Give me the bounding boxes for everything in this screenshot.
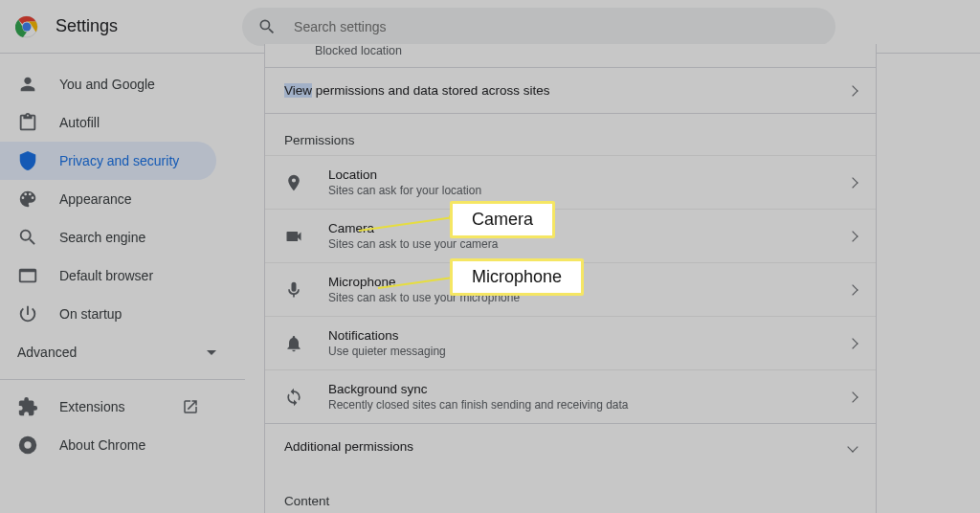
advanced-label: Advanced <box>17 345 77 360</box>
sidebar-item-autofill[interactable]: Autofill <box>0 103 216 142</box>
permission-row-location[interactable]: LocationSites can ask for your location <box>265 155 876 209</box>
power-icon <box>17 303 38 324</box>
sidebar-item-label: On startup <box>59 306 122 322</box>
permissions-header: Permissions <box>265 114 876 155</box>
open-in-new-icon <box>182 398 199 415</box>
sidebar-item-extensions[interactable]: Extensions <box>0 388 216 426</box>
view-permissions-row[interactable]: View permissions and data stored across … <box>265 68 876 114</box>
sync-icon <box>284 388 303 407</box>
chevron-right-icon <box>847 338 858 348</box>
sidebar-item-label: Appearance <box>59 191 132 207</box>
palette-icon <box>17 189 38 210</box>
search-box[interactable] <box>242 8 835 46</box>
sidebar-item-default-browser[interactable]: Default browser <box>0 256 216 295</box>
shield-icon <box>17 150 38 171</box>
person-icon <box>17 74 38 95</box>
search-input[interactable] <box>294 19 820 34</box>
location-icon <box>284 173 303 192</box>
sidebar-item-on-startup[interactable]: On startup <box>0 295 216 333</box>
chevron-right-icon <box>847 391 858 402</box>
main-content: Blocked location View permissions and da… <box>245 54 980 513</box>
content-header: Content <box>265 469 876 513</box>
sidebar-item-appearance[interactable]: Appearance <box>0 180 216 218</box>
sidebar-item-label: Autofill <box>59 115 100 130</box>
sidebar-item-privacy-security[interactable]: Privacy and security <box>0 142 216 180</box>
permission-title: Notifications <box>328 328 446 343</box>
chevron-down-icon <box>847 441 858 452</box>
clipboard-icon <box>17 112 38 133</box>
sidebar-advanced-toggle[interactable]: Advanced <box>0 333 245 371</box>
svg-point-1 <box>23 22 32 31</box>
additional-permissions-label: Additional permissions <box>284 439 413 454</box>
bell-icon <box>284 334 303 353</box>
permission-title: Location <box>328 167 481 182</box>
annotation-microphone: Microphone <box>450 258 584 296</box>
permission-subtitle: Sites can ask for your location <box>328 184 481 197</box>
view-link-rest: permissions and data stored across sites <box>312 83 549 98</box>
permission-subtitle: Sites can ask to use your camera <box>328 237 498 251</box>
chrome-logo-icon <box>15 15 38 38</box>
chevron-right-icon <box>847 85 858 96</box>
chevron-right-icon <box>847 284 858 295</box>
search-icon <box>257 17 277 36</box>
additional-permissions-row[interactable]: Additional permissions <box>265 423 876 469</box>
sidebar-divider <box>0 379 245 380</box>
sidebar-item-search-engine[interactable]: Search engine <box>0 218 216 256</box>
sidebar-item-label: Privacy and security <box>59 153 179 168</box>
sidebar-item-label: About Chrome <box>59 437 145 453</box>
permission-subtitle: Recently closed sites can finish sending… <box>328 398 629 412</box>
permission-title: Background sync <box>328 382 629 396</box>
sidebar-item-you-and-google[interactable]: You and Google <box>0 65 216 103</box>
sidebar: You and Google Autofill Privacy and secu… <box>0 54 245 513</box>
camera-icon <box>284 227 303 246</box>
sidebar-item-about-chrome[interactable]: About Chrome <box>0 426 216 464</box>
permission-row-notifications[interactable]: NotificationsUse quieter messaging <box>265 316 876 369</box>
browser-icon <box>17 265 38 286</box>
page-title: Settings <box>56 16 118 36</box>
sidebar-item-label: Search engine <box>59 230 145 245</box>
microphone-icon <box>284 280 303 300</box>
blocked-location-row: Blocked location <box>265 44 876 68</box>
search-icon <box>17 227 38 248</box>
annotation-camera: Camera <box>450 201 555 238</box>
chevron-down-icon <box>207 350 216 355</box>
view-link-word: View <box>284 83 312 98</box>
chrome-icon <box>17 435 38 456</box>
svg-point-3 <box>24 441 31 448</box>
permission-row-background-sync[interactable]: Background syncRecently closed sites can… <box>265 369 876 423</box>
extension-icon <box>17 396 38 417</box>
sidebar-item-label: Default browser <box>59 268 153 283</box>
chevron-right-icon <box>847 231 858 241</box>
chevron-right-icon <box>847 177 858 188</box>
permission-row-camera[interactable]: CameraSites can ask to use your camera <box>265 209 876 262</box>
permission-subtitle: Use quieter messaging <box>328 345 446 358</box>
sidebar-item-label: You and Google <box>59 77 155 92</box>
sidebar-item-label: Extensions <box>59 399 124 414</box>
